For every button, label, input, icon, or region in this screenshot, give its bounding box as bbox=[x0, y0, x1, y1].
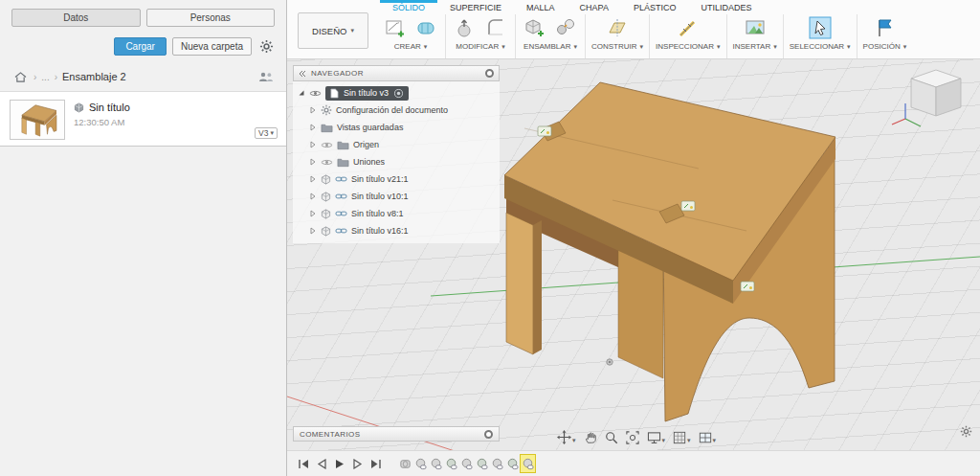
tab-superficie[interactable]: SUPERFICIE bbox=[437, 0, 514, 13]
expand-closed-icon[interactable] bbox=[309, 106, 317, 114]
zoom-icon[interactable] bbox=[605, 431, 618, 444]
timeline-feature-icon[interactable] bbox=[398, 455, 412, 472]
expand-closed-icon[interactable] bbox=[309, 193, 317, 200]
construction-plane-icon[interactable] bbox=[604, 14, 631, 41]
viewport-3d[interactable]: NAVEGADOR Sin título v3 bbox=[287, 59, 980, 450]
browser-panel-header[interactable]: NAVEGADOR bbox=[293, 65, 500, 81]
expand-closed-icon[interactable] bbox=[309, 141, 317, 148]
viewcube[interactable] bbox=[888, 63, 969, 136]
group-modificar-label[interactable]: MODIFICAR bbox=[456, 42, 504, 51]
panel-options-dot-icon[interactable] bbox=[485, 69, 494, 78]
design-thumbnail bbox=[10, 100, 65, 140]
timeline-feature-icon[interactable] bbox=[459, 455, 474, 472]
select-tool-icon[interactable] bbox=[807, 14, 834, 41]
joint-badge-icon bbox=[538, 126, 551, 136]
create-sketch-icon[interactable] bbox=[382, 14, 409, 41]
fillet-icon[interactable] bbox=[482, 14, 509, 41]
new-folder-button[interactable]: Nueva carpeta bbox=[172, 37, 252, 56]
timeline-step-back-icon[interactable] bbox=[314, 456, 328, 471]
create-form-icon[interactable] bbox=[412, 14, 439, 41]
timeline-feature-icon[interactable] bbox=[429, 455, 443, 472]
breadcrumb-separator: › bbox=[33, 72, 36, 82]
timeline-feature-icon[interactable] bbox=[475, 455, 489, 472]
tree-row-origin[interactable]: Origen bbox=[293, 136, 500, 153]
measure-icon[interactable] bbox=[675, 14, 702, 41]
timeline-features bbox=[398, 455, 535, 472]
group-ensamblar-label[interactable]: ENSAMBLAR bbox=[523, 42, 577, 51]
group-construir-label[interactable]: CONSTRUIR bbox=[591, 42, 643, 51]
comments-bar[interactable]: COMENTARIOS bbox=[293, 426, 500, 442]
joint-badge-icon bbox=[741, 282, 754, 291]
group-posicion-label[interactable]: POSICIÓN bbox=[863, 42, 907, 51]
expand-closed-icon[interactable] bbox=[309, 175, 317, 183]
panel-options-dot-icon[interactable] bbox=[484, 430, 493, 439]
timeline-go-to-end-icon[interactable] bbox=[368, 456, 383, 471]
timeline-feature-icon[interactable] bbox=[413, 455, 428, 472]
visibility-eye-icon[interactable] bbox=[321, 141, 333, 149]
group-seleccionar-label[interactable]: SELECCIONAR bbox=[790, 42, 851, 51]
data-panel-actions: Cargar Nueva carpeta bbox=[0, 31, 286, 61]
insert-canvas-icon[interactable] bbox=[742, 14, 768, 41]
tree-root-label: Sin título v3 bbox=[344, 88, 389, 98]
visibility-eye-icon[interactable] bbox=[321, 158, 333, 167]
tree-row-root[interactable]: Sin título v3 bbox=[293, 84, 500, 102]
upload-button[interactable]: Cargar bbox=[114, 37, 167, 56]
group-modificar: MODIFICAR bbox=[446, 13, 515, 51]
new-component-icon[interactable] bbox=[522, 14, 548, 41]
tab-malla[interactable]: MALLA bbox=[514, 0, 568, 13]
tree-row-component[interactable]: Sin título v10:1 bbox=[293, 188, 500, 205]
group-inspeccionar-label[interactable]: INSPECCIONAR bbox=[656, 42, 720, 51]
home-icon[interactable] bbox=[11, 68, 29, 85]
viewport-settings-gear-icon[interactable] bbox=[960, 424, 972, 442]
zoom-window-icon[interactable] bbox=[626, 431, 639, 444]
tab-utilidades[interactable]: UTILIDADES bbox=[688, 0, 764, 13]
expand-closed-icon[interactable] bbox=[309, 227, 317, 235]
breadcrumb-ellipsis[interactable]: ... bbox=[41, 72, 49, 82]
data-panel: Datos Personas Cargar Nueva carpeta › ..… bbox=[0, 0, 287, 476]
tree-row-component[interactable]: Sin título v21:1 bbox=[293, 170, 500, 188]
selection-radio-icon[interactable] bbox=[393, 88, 404, 99]
browser-tree: Sin título v3 Configuración del document… bbox=[293, 81, 500, 243]
workspace-selector[interactable]: DISEÑO bbox=[298, 12, 368, 49]
display-settings-icon[interactable]: ▾ bbox=[647, 431, 666, 444]
tab-solido[interactable]: SÓLIDO bbox=[380, 0, 437, 13]
tree-root-selected-chip[interactable]: Sin título v3 bbox=[325, 86, 409, 101]
tab-chapa[interactable]: CHAPA bbox=[568, 0, 621, 13]
timeline-feature-icon[interactable] bbox=[505, 455, 520, 472]
share-people-icon[interactable] bbox=[257, 68, 275, 85]
timeline-feature-icon[interactable] bbox=[490, 455, 504, 472]
expand-closed-icon[interactable] bbox=[309, 124, 317, 131]
timeline-feature-icon[interactable] bbox=[444, 455, 458, 472]
tree-row-saved-views[interactable]: Vistas guardadas bbox=[293, 119, 500, 136]
timeline-step-forward-icon[interactable] bbox=[350, 456, 365, 471]
tab-datos[interactable]: Datos bbox=[11, 9, 141, 27]
tab-personas[interactable]: Personas bbox=[146, 9, 276, 27]
group-crear-label[interactable]: CREAR bbox=[394, 42, 428, 51]
tab-plastico[interactable]: PLÁSTICO bbox=[621, 0, 689, 13]
joint-icon[interactable] bbox=[552, 14, 579, 41]
tree-row-joints[interactable]: Uniones bbox=[293, 153, 500, 170]
version-badge[interactable]: V3 bbox=[255, 127, 278, 139]
viewport-layout-icon[interactable]: ▾ bbox=[699, 431, 717, 444]
expand-open-icon[interactable] bbox=[298, 89, 305, 97]
design-list-item[interactable]: Sin título 12:30:50 AM V3 bbox=[0, 91, 286, 147]
capture-position-icon[interactable] bbox=[871, 14, 898, 41]
tree-row-component[interactable]: Sin título v16:1 bbox=[293, 222, 500, 239]
press-pull-icon[interactable] bbox=[452, 14, 479, 41]
tree-row-component[interactable]: Sin título v8:1 bbox=[293, 205, 500, 222]
timeline-go-to-start-icon[interactable] bbox=[296, 456, 310, 471]
grid-settings-icon[interactable]: ▾ bbox=[673, 431, 691, 444]
workspace-main: DISEÑO SÓLIDO SUPERFICIE MALLA CHAPA PLÁ… bbox=[287, 0, 980, 476]
breadcrumb-current-folder: Ensamblaje 2 bbox=[62, 71, 126, 82]
pan-icon[interactable]: ▾ bbox=[557, 430, 576, 444]
expand-closed-icon[interactable] bbox=[309, 210, 317, 217]
expand-closed-icon[interactable] bbox=[309, 158, 317, 166]
group-insertar-label[interactable]: INSERTAR bbox=[733, 42, 777, 51]
visibility-eye-icon[interactable] bbox=[309, 89, 322, 98]
settings-gear-icon[interactable] bbox=[257, 38, 275, 56]
tree-row-document-settings[interactable]: Configuración del documento bbox=[293, 102, 500, 119]
timeline-feature-icon-current[interactable] bbox=[521, 455, 535, 472]
collapse-left-icon[interactable] bbox=[299, 70, 306, 78]
timeline-play-icon[interactable] bbox=[332, 456, 346, 471]
hand-pan-icon[interactable] bbox=[584, 431, 597, 444]
